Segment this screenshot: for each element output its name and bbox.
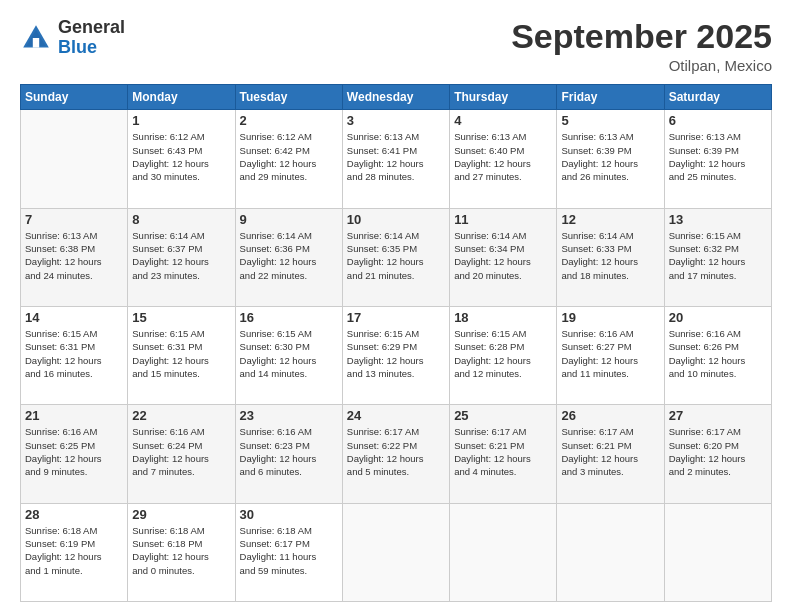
day-info: Sunrise: 6:16 AM Sunset: 6:24 PM Dayligh…	[132, 425, 230, 478]
day-number: 25	[454, 408, 552, 423]
day-info: Sunrise: 6:13 AM Sunset: 6:41 PM Dayligh…	[347, 130, 445, 183]
day-info: Sunrise: 6:13 AM Sunset: 6:39 PM Dayligh…	[669, 130, 767, 183]
day-info: Sunrise: 6:14 AM Sunset: 6:37 PM Dayligh…	[132, 229, 230, 282]
day-info: Sunrise: 6:14 AM Sunset: 6:34 PM Dayligh…	[454, 229, 552, 282]
day-info: Sunrise: 6:13 AM Sunset: 6:38 PM Dayligh…	[25, 229, 123, 282]
table-row: 28Sunrise: 6:18 AM Sunset: 6:19 PM Dayli…	[21, 503, 128, 601]
table-row: 9Sunrise: 6:14 AM Sunset: 6:36 PM Daylig…	[235, 208, 342, 306]
day-number: 28	[25, 507, 123, 522]
table-row: 8Sunrise: 6:14 AM Sunset: 6:37 PM Daylig…	[128, 208, 235, 306]
day-number: 11	[454, 212, 552, 227]
day-info: Sunrise: 6:13 AM Sunset: 6:40 PM Dayligh…	[454, 130, 552, 183]
day-info: Sunrise: 6:12 AM Sunset: 6:42 PM Dayligh…	[240, 130, 338, 183]
table-row: 6Sunrise: 6:13 AM Sunset: 6:39 PM Daylig…	[664, 110, 771, 208]
day-info: Sunrise: 6:14 AM Sunset: 6:33 PM Dayligh…	[561, 229, 659, 282]
day-info: Sunrise: 6:13 AM Sunset: 6:39 PM Dayligh…	[561, 130, 659, 183]
day-info: Sunrise: 6:16 AM Sunset: 6:27 PM Dayligh…	[561, 327, 659, 380]
table-row: 12Sunrise: 6:14 AM Sunset: 6:33 PM Dayli…	[557, 208, 664, 306]
day-info: Sunrise: 6:18 AM Sunset: 6:18 PM Dayligh…	[132, 524, 230, 577]
svg-rect-2	[33, 38, 39, 48]
day-info: Sunrise: 6:18 AM Sunset: 6:17 PM Dayligh…	[240, 524, 338, 577]
table-row: 26Sunrise: 6:17 AM Sunset: 6:21 PM Dayli…	[557, 405, 664, 503]
logo-general-text: General	[58, 17, 125, 37]
table-row: 15Sunrise: 6:15 AM Sunset: 6:31 PM Dayli…	[128, 307, 235, 405]
table-row	[21, 110, 128, 208]
table-row: 10Sunrise: 6:14 AM Sunset: 6:35 PM Dayli…	[342, 208, 449, 306]
logo-icon	[20, 22, 52, 54]
table-row: 16Sunrise: 6:15 AM Sunset: 6:30 PM Dayli…	[235, 307, 342, 405]
logo-text: General Blue	[58, 18, 125, 58]
table-row: 30Sunrise: 6:18 AM Sunset: 6:17 PM Dayli…	[235, 503, 342, 601]
table-row: 23Sunrise: 6:16 AM Sunset: 6:23 PM Dayli…	[235, 405, 342, 503]
table-row	[664, 503, 771, 601]
day-info: Sunrise: 6:15 AM Sunset: 6:32 PM Dayligh…	[669, 229, 767, 282]
day-number: 19	[561, 310, 659, 325]
day-number: 18	[454, 310, 552, 325]
day-info: Sunrise: 6:14 AM Sunset: 6:35 PM Dayligh…	[347, 229, 445, 282]
col-monday: Monday	[128, 85, 235, 110]
day-number: 8	[132, 212, 230, 227]
calendar-week-row: 21Sunrise: 6:16 AM Sunset: 6:25 PM Dayli…	[21, 405, 772, 503]
col-tuesday: Tuesday	[235, 85, 342, 110]
day-info: Sunrise: 6:17 AM Sunset: 6:21 PM Dayligh…	[561, 425, 659, 478]
table-row: 25Sunrise: 6:17 AM Sunset: 6:21 PM Dayli…	[450, 405, 557, 503]
table-row: 21Sunrise: 6:16 AM Sunset: 6:25 PM Dayli…	[21, 405, 128, 503]
table-row	[557, 503, 664, 601]
day-number: 17	[347, 310, 445, 325]
table-row	[450, 503, 557, 601]
calendar-week-row: 1Sunrise: 6:12 AM Sunset: 6:43 PM Daylig…	[21, 110, 772, 208]
calendar-week-row: 7Sunrise: 6:13 AM Sunset: 6:38 PM Daylig…	[21, 208, 772, 306]
table-row: 5Sunrise: 6:13 AM Sunset: 6:39 PM Daylig…	[557, 110, 664, 208]
table-row: 22Sunrise: 6:16 AM Sunset: 6:24 PM Dayli…	[128, 405, 235, 503]
day-number: 4	[454, 113, 552, 128]
header: General Blue September 2025 Otilpan, Mex…	[20, 18, 772, 74]
day-info: Sunrise: 6:16 AM Sunset: 6:26 PM Dayligh…	[669, 327, 767, 380]
day-number: 21	[25, 408, 123, 423]
table-row	[342, 503, 449, 601]
day-number: 22	[132, 408, 230, 423]
day-number: 27	[669, 408, 767, 423]
day-number: 2	[240, 113, 338, 128]
day-number: 13	[669, 212, 767, 227]
day-number: 29	[132, 507, 230, 522]
table-row: 18Sunrise: 6:15 AM Sunset: 6:28 PM Dayli…	[450, 307, 557, 405]
day-number: 20	[669, 310, 767, 325]
logo-blue-text: Blue	[58, 37, 97, 57]
day-info: Sunrise: 6:15 AM Sunset: 6:31 PM Dayligh…	[132, 327, 230, 380]
day-number: 10	[347, 212, 445, 227]
day-number: 1	[132, 113, 230, 128]
page: General Blue September 2025 Otilpan, Mex…	[0, 0, 792, 612]
col-wednesday: Wednesday	[342, 85, 449, 110]
location: Otilpan, Mexico	[511, 57, 772, 74]
day-number: 3	[347, 113, 445, 128]
table-row: 20Sunrise: 6:16 AM Sunset: 6:26 PM Dayli…	[664, 307, 771, 405]
month-title: September 2025	[511, 18, 772, 55]
table-row: 14Sunrise: 6:15 AM Sunset: 6:31 PM Dayli…	[21, 307, 128, 405]
day-number: 24	[347, 408, 445, 423]
col-sunday: Sunday	[21, 85, 128, 110]
day-number: 6	[669, 113, 767, 128]
day-info: Sunrise: 6:17 AM Sunset: 6:22 PM Dayligh…	[347, 425, 445, 478]
day-number: 14	[25, 310, 123, 325]
table-row: 27Sunrise: 6:17 AM Sunset: 6:20 PM Dayli…	[664, 405, 771, 503]
day-info: Sunrise: 6:12 AM Sunset: 6:43 PM Dayligh…	[132, 130, 230, 183]
day-number: 23	[240, 408, 338, 423]
logo: General Blue	[20, 18, 125, 58]
day-number: 26	[561, 408, 659, 423]
table-row: 7Sunrise: 6:13 AM Sunset: 6:38 PM Daylig…	[21, 208, 128, 306]
day-info: Sunrise: 6:14 AM Sunset: 6:36 PM Dayligh…	[240, 229, 338, 282]
day-info: Sunrise: 6:15 AM Sunset: 6:30 PM Dayligh…	[240, 327, 338, 380]
table-row: 24Sunrise: 6:17 AM Sunset: 6:22 PM Dayli…	[342, 405, 449, 503]
day-info: Sunrise: 6:15 AM Sunset: 6:28 PM Dayligh…	[454, 327, 552, 380]
table-row: 3Sunrise: 6:13 AM Sunset: 6:41 PM Daylig…	[342, 110, 449, 208]
day-number: 12	[561, 212, 659, 227]
table-row: 4Sunrise: 6:13 AM Sunset: 6:40 PM Daylig…	[450, 110, 557, 208]
day-info: Sunrise: 6:16 AM Sunset: 6:23 PM Dayligh…	[240, 425, 338, 478]
day-number: 5	[561, 113, 659, 128]
col-friday: Friday	[557, 85, 664, 110]
day-number: 15	[132, 310, 230, 325]
table-row: 29Sunrise: 6:18 AM Sunset: 6:18 PM Dayli…	[128, 503, 235, 601]
table-row: 13Sunrise: 6:15 AM Sunset: 6:32 PM Dayli…	[664, 208, 771, 306]
day-info: Sunrise: 6:15 AM Sunset: 6:29 PM Dayligh…	[347, 327, 445, 380]
day-info: Sunrise: 6:16 AM Sunset: 6:25 PM Dayligh…	[25, 425, 123, 478]
